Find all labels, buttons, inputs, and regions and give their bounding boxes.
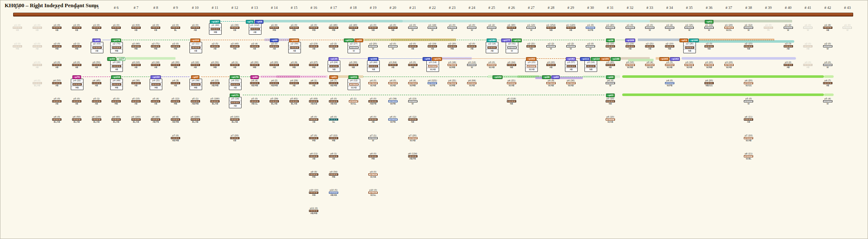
pendant-item: p1 (154)NB	[545, 24, 557, 32]
pendant-sublabel: W	[367, 47, 379, 50]
pendant-item: p4 (16)W/AB	[565, 80, 577, 87]
pendant-tags: →p214→p26	[344, 38, 363, 42]
range-band	[650, 20, 792, 22]
range-band	[622, 75, 824, 78]
range-band	[403, 20, 650, 22]
pendant-sublabel: AB	[91, 49, 103, 52]
pendant-sublabel: KB	[229, 29, 241, 32]
pendant-item: p1 (0)KB	[11, 24, 23, 32]
pendant-tags: →p28→p60	[542, 75, 560, 79]
pendant-sublabel: W	[822, 66, 834, 69]
pendant-item: p2 (0)AB	[407, 43, 419, 50]
pendant-bar	[527, 65, 536, 67]
pendant-item: p2 (19)AB	[426, 43, 438, 50]
connector-line	[201, 77, 229, 77]
pendant-item: p2 (43)AB	[91, 42, 103, 53]
pendant-bar	[586, 65, 595, 67]
pendant-item: p4 (30)AB	[130, 80, 142, 87]
pendant-item: p1 (44)MB	[209, 23, 222, 35]
pendant-item: p1 (0)MB	[308, 24, 320, 32]
pendant-tag: →p51	[329, 75, 338, 79]
pendant-item: p8 (11)AB	[308, 153, 320, 160]
pendant-item: p1 (2)W	[664, 24, 676, 32]
pendant-sublabel: AB	[51, 84, 63, 87]
range-band	[262, 20, 403, 22]
pendant-sublabel: W/AB	[604, 121, 616, 124]
pendant-label: p3 (28)	[111, 61, 122, 65]
pendant-sublabel: MB	[111, 49, 122, 52]
pendant-label: p3 (44)	[367, 61, 379, 65]
pendant-item: p1 (18)W	[426, 24, 438, 32]
pendant-bar	[428, 65, 437, 67]
column-header: # 14	[265, 5, 284, 10]
pendant-tags: →p182	[526, 57, 536, 61]
pendant-bar	[231, 83, 240, 85]
pendant-sublabel: AB	[328, 47, 339, 50]
pendant-item: p1 (46)MB	[328, 24, 339, 32]
pendant-tags: →p104	[190, 38, 200, 42]
pendant-sublabel: AB	[407, 47, 419, 50]
pendant-item: p10 (5)AB/KB	[328, 189, 339, 197]
column-header: # 3	[47, 5, 66, 10]
pendant-item: p1 (0)KB	[150, 24, 161, 32]
pendant-item: p4 (3)AB	[170, 80, 181, 87]
pendant-sublabel: AB/KB	[328, 194, 339, 197]
pendant-tags: →p63	[606, 93, 615, 97]
pendant-sublabel: W	[822, 47, 834, 50]
pendant-item: p5 (39)W/PB	[387, 98, 399, 105]
pendant-sublabel: AB	[51, 102, 63, 105]
pendant-tags: →p150	[150, 75, 161, 79]
pendant-item: p3 (20)AB	[268, 61, 280, 69]
pendant-item: p3 (30)NB	[348, 61, 359, 69]
pendant-sublabel: AB/PB	[367, 102, 379, 105]
pendant-item: p8 (124)AB/PB	[407, 153, 419, 160]
pendant-item: p6 (50)BL/AB	[71, 116, 83, 124]
pendant-sublabel: MB	[150, 47, 161, 50]
pendant-item: p4 (9)W/AB	[545, 80, 557, 87]
pendant-sublabel: MB	[288, 66, 300, 69]
pendant-tag: →p97	[191, 75, 200, 79]
connector-line	[365, 40, 486, 40]
pendant-item: p5 (10)NB	[604, 98, 616, 105]
pendant-item: p4 (4)W/MB	[407, 80, 419, 87]
pendant-item: p3 (44)NB	[367, 60, 380, 72]
pendant-tag: →p96	[423, 57, 431, 61]
pendant-label: p2 (26)	[684, 43, 696, 46]
pendant-item: p5 (0)AB/GL	[249, 98, 261, 105]
pendant-sublabel: AB	[367, 121, 379, 124]
range-band	[682, 57, 796, 60]
pendant-bar	[369, 65, 378, 67]
pendant-item: p4 (39)MB	[189, 79, 202, 90]
pendant-tag: →p20	[270, 38, 279, 42]
pendant-sublabel: AB	[565, 29, 577, 32]
pendant-sublabel: MB	[209, 30, 221, 34]
column-header: # 2	[28, 5, 47, 10]
pendant-item: p4 (49)MB	[110, 79, 123, 90]
pendant-tag: →p28	[542, 75, 551, 79]
pendant-tags: →p26	[606, 38, 615, 42]
pendant-sublabel: W/AB	[407, 139, 419, 142]
pendant-tag: →p151	[348, 75, 359, 79]
pendant-sublabel: AB	[545, 66, 557, 69]
pendant-item: p2 (71)MB	[150, 43, 161, 50]
pendant-sublabel: W	[664, 29, 676, 32]
pendant-sublabel: W	[466, 29, 478, 32]
pendant-tags: →p96→p175	[423, 57, 442, 61]
pendant-sublabel: MB	[328, 176, 339, 179]
pendant-sublabel: AB/PB	[407, 157, 419, 160]
pendant-tag: →p192	[670, 57, 680, 61]
connector-line	[339, 58, 367, 59]
pendant-sublabel: W	[525, 29, 537, 32]
pendant-item: p1 (0)PA	[762, 24, 774, 32]
pendant-sublabel: W/NB	[703, 66, 715, 69]
pendant-item: p3 (10)AB	[130, 61, 142, 69]
pendant-tag: →p26	[354, 38, 363, 42]
column-header: # 35	[680, 5, 698, 10]
pendant-item: p4 (22)MB	[71, 79, 83, 90]
pendant-bar	[191, 47, 200, 49]
pendant-item: p3 (0)W	[822, 61, 834, 69]
pendant-sublabel: W/MB	[446, 66, 458, 69]
pendant-item: p2 (26)NB	[683, 42, 696, 53]
range-band	[824, 93, 834, 96]
connector-line	[122, 40, 189, 40]
